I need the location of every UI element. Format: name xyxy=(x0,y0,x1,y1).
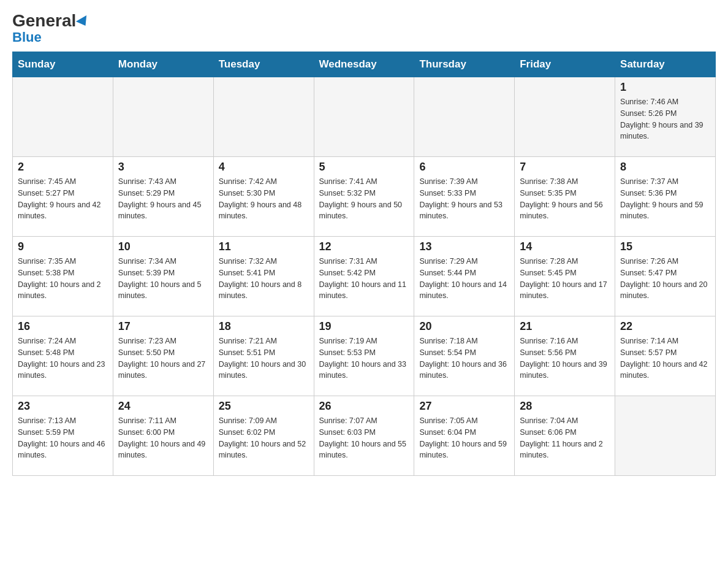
day-number: 2 xyxy=(18,161,108,174)
day-number: 10 xyxy=(118,240,208,253)
calendar-cell: 12Sunrise: 7:31 AMSunset: 5:42 PMDayligh… xyxy=(314,237,414,316)
calendar-cell: 5Sunrise: 7:41 AMSunset: 5:32 PMDaylight… xyxy=(314,157,414,237)
day-number: 21 xyxy=(520,320,610,333)
day-number: 12 xyxy=(319,240,409,253)
calendar-cell: 11Sunrise: 7:32 AMSunset: 5:41 PMDayligh… xyxy=(213,237,314,316)
calendar-cell: 17Sunrise: 7:23 AMSunset: 5:50 PMDayligh… xyxy=(113,316,213,396)
calendar-cell: 8Sunrise: 7:37 AMSunset: 5:36 PMDaylight… xyxy=(615,157,716,237)
day-info: Sunrise: 7:35 AMSunset: 5:38 PMDaylight:… xyxy=(18,256,108,302)
week-row-2: 2Sunrise: 7:45 AMSunset: 5:27 PMDaylight… xyxy=(13,157,716,237)
calendar-cell: 9Sunrise: 7:35 AMSunset: 5:38 PMDaylight… xyxy=(13,237,113,316)
day-number: 26 xyxy=(319,400,409,413)
calendar-table: SundayMondayTuesdayWednesdayThursdayFrid… xyxy=(12,52,716,476)
calendar-cell xyxy=(515,77,615,157)
calendar-cell: 7Sunrise: 7:38 AMSunset: 5:35 PMDaylight… xyxy=(515,157,615,237)
calendar-cell: 22Sunrise: 7:14 AMSunset: 5:57 PMDayligh… xyxy=(615,316,716,396)
calendar-cell xyxy=(213,77,314,157)
logo-blue: Blue xyxy=(12,29,42,45)
week-row-3: 9Sunrise: 7:35 AMSunset: 5:38 PMDaylight… xyxy=(13,237,716,316)
day-number: 1 xyxy=(620,81,710,94)
calendar-cell: 13Sunrise: 7:29 AMSunset: 5:44 PMDayligh… xyxy=(414,237,515,316)
day-number: 6 xyxy=(419,161,509,174)
day-info: Sunrise: 7:32 AMSunset: 5:41 PMDaylight:… xyxy=(219,256,309,302)
day-info: Sunrise: 7:42 AMSunset: 5:30 PMDaylight:… xyxy=(219,176,309,222)
day-number: 16 xyxy=(18,320,108,333)
week-row-1: 1Sunrise: 7:46 AMSunset: 5:26 PMDaylight… xyxy=(13,77,716,157)
calendar-cell: 24Sunrise: 7:11 AMSunset: 6:00 PMDayligh… xyxy=(113,396,213,476)
calendar-cell xyxy=(113,77,213,157)
day-info: Sunrise: 7:28 AMSunset: 5:45 PMDaylight:… xyxy=(520,256,610,302)
calendar-header: SundayMondayTuesdayWednesdayThursdayFrid… xyxy=(13,52,716,77)
header-wednesday: Wednesday xyxy=(314,52,414,77)
logo-triangle-icon xyxy=(76,15,91,29)
day-info: Sunrise: 7:13 AMSunset: 5:59 PMDaylight:… xyxy=(18,415,108,461)
day-info: Sunrise: 7:38 AMSunset: 5:35 PMDaylight:… xyxy=(520,176,610,222)
calendar-cell: 28Sunrise: 7:04 AMSunset: 6:06 PMDayligh… xyxy=(515,396,615,476)
day-number: 5 xyxy=(319,161,409,174)
day-info: Sunrise: 7:16 AMSunset: 5:56 PMDaylight:… xyxy=(520,335,610,381)
calendar-cell: 1Sunrise: 7:46 AMSunset: 5:26 PMDaylight… xyxy=(615,77,716,157)
day-info: Sunrise: 7:24 AMSunset: 5:48 PMDaylight:… xyxy=(18,335,108,381)
day-info: Sunrise: 7:07 AMSunset: 6:03 PMDaylight:… xyxy=(319,415,409,461)
header-saturday: Saturday xyxy=(615,52,716,77)
day-info: Sunrise: 7:09 AMSunset: 6:02 PMDaylight:… xyxy=(219,415,309,461)
calendar-cell: 10Sunrise: 7:34 AMSunset: 5:39 PMDayligh… xyxy=(113,237,213,316)
calendar-cell: 19Sunrise: 7:19 AMSunset: 5:53 PMDayligh… xyxy=(314,316,414,396)
day-info: Sunrise: 7:39 AMSunset: 5:33 PMDaylight:… xyxy=(419,176,509,222)
calendar-cell xyxy=(414,77,515,157)
calendar-cell xyxy=(314,77,414,157)
calendar-cell: 6Sunrise: 7:39 AMSunset: 5:33 PMDaylight… xyxy=(414,157,515,237)
day-info: Sunrise: 7:34 AMSunset: 5:39 PMDaylight:… xyxy=(118,256,208,302)
day-info: Sunrise: 7:05 AMSunset: 6:04 PMDaylight:… xyxy=(419,415,509,461)
header-sunday: Sunday xyxy=(13,52,113,77)
header-monday: Monday xyxy=(113,52,213,77)
day-number: 14 xyxy=(520,240,610,253)
logo-general: General xyxy=(12,12,89,29)
week-row-5: 23Sunrise: 7:13 AMSunset: 5:59 PMDayligh… xyxy=(13,396,716,476)
calendar-body: 1Sunrise: 7:46 AMSunset: 5:26 PMDaylight… xyxy=(13,77,716,476)
day-info: Sunrise: 7:18 AMSunset: 5:54 PMDaylight:… xyxy=(419,335,509,381)
days-of-week-row: SundayMondayTuesdayWednesdayThursdayFrid… xyxy=(13,52,716,77)
calendar-cell xyxy=(13,77,113,157)
page-header: General Blue xyxy=(12,12,716,45)
day-number: 9 xyxy=(18,240,108,253)
calendar-cell: 18Sunrise: 7:21 AMSunset: 5:51 PMDayligh… xyxy=(213,316,314,396)
day-number: 8 xyxy=(620,161,710,174)
day-info: Sunrise: 7:04 AMSunset: 6:06 PMDaylight:… xyxy=(520,415,610,461)
calendar-cell xyxy=(615,396,716,476)
day-info: Sunrise: 7:11 AMSunset: 6:00 PMDaylight:… xyxy=(118,415,208,461)
day-info: Sunrise: 7:45 AMSunset: 5:27 PMDaylight:… xyxy=(18,176,108,222)
day-number: 27 xyxy=(419,400,509,413)
day-info: Sunrise: 7:14 AMSunset: 5:57 PMDaylight:… xyxy=(620,335,710,381)
day-info: Sunrise: 7:23 AMSunset: 5:50 PMDaylight:… xyxy=(118,335,208,381)
day-info: Sunrise: 7:19 AMSunset: 5:53 PMDaylight:… xyxy=(319,335,409,381)
day-number: 22 xyxy=(620,320,710,333)
day-number: 28 xyxy=(520,400,610,413)
day-info: Sunrise: 7:46 AMSunset: 5:26 PMDaylight:… xyxy=(620,96,710,142)
calendar-cell: 4Sunrise: 7:42 AMSunset: 5:30 PMDaylight… xyxy=(213,157,314,237)
day-number: 17 xyxy=(118,320,208,333)
calendar-cell: 21Sunrise: 7:16 AMSunset: 5:56 PMDayligh… xyxy=(515,316,615,396)
day-number: 4 xyxy=(219,161,309,174)
day-number: 15 xyxy=(620,240,710,253)
calendar-cell: 14Sunrise: 7:28 AMSunset: 5:45 PMDayligh… xyxy=(515,237,615,316)
calendar-cell: 16Sunrise: 7:24 AMSunset: 5:48 PMDayligh… xyxy=(13,316,113,396)
day-info: Sunrise: 7:31 AMSunset: 5:42 PMDaylight:… xyxy=(319,256,409,302)
calendar-cell: 26Sunrise: 7:07 AMSunset: 6:03 PMDayligh… xyxy=(314,396,414,476)
day-number: 23 xyxy=(18,400,108,413)
day-number: 19 xyxy=(319,320,409,333)
day-number: 13 xyxy=(419,240,509,253)
day-info: Sunrise: 7:21 AMSunset: 5:51 PMDaylight:… xyxy=(219,335,309,381)
day-number: 20 xyxy=(419,320,509,333)
day-number: 3 xyxy=(118,161,208,174)
day-number: 24 xyxy=(118,400,208,413)
day-info: Sunrise: 7:29 AMSunset: 5:44 PMDaylight:… xyxy=(419,256,509,302)
calendar-cell: 25Sunrise: 7:09 AMSunset: 6:02 PMDayligh… xyxy=(213,396,314,476)
calendar-cell: 3Sunrise: 7:43 AMSunset: 5:29 PMDaylight… xyxy=(113,157,213,237)
day-info: Sunrise: 7:37 AMSunset: 5:36 PMDaylight:… xyxy=(620,176,710,222)
calendar-cell: 15Sunrise: 7:26 AMSunset: 5:47 PMDayligh… xyxy=(615,237,716,316)
day-info: Sunrise: 7:26 AMSunset: 5:47 PMDaylight:… xyxy=(620,256,710,302)
calendar-cell: 2Sunrise: 7:45 AMSunset: 5:27 PMDaylight… xyxy=(13,157,113,237)
day-info: Sunrise: 7:41 AMSunset: 5:32 PMDaylight:… xyxy=(319,176,409,222)
day-number: 18 xyxy=(219,320,309,333)
